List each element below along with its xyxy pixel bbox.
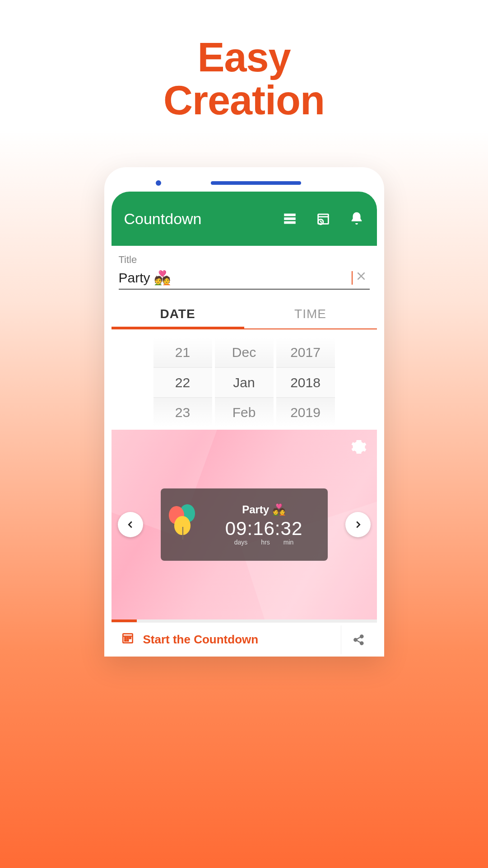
theme-preview: Party 💑 09:16:32 days hrs min [112,430,377,619]
title-input-row: Party 💑 [119,268,370,290]
svg-rect-13 [127,638,128,639]
label-hrs: hrs [261,539,270,546]
date-time-tabs: DATE TIME [112,300,377,329]
svg-rect-12 [125,638,126,639]
status-speaker-pill [211,181,301,185]
countdown-title: Party 💑 [209,503,320,516]
month-selected[interactable]: Jan [215,367,274,397]
bottom-action-bar: Start the Countdown [112,622,377,657]
gear-icon[interactable] [351,439,367,457]
clear-title-icon[interactable] [353,268,370,287]
prev-theme-button[interactable] [118,512,143,537]
tab-date[interactable]: DATE [112,300,244,328]
next-theme-button[interactable] [345,512,371,537]
svg-rect-15 [125,640,126,641]
app-title: Countdown [124,210,273,228]
svg-line-21 [357,640,361,643]
share-button[interactable] [341,625,377,654]
countdown-card: Party 💑 09:16:32 days hrs min [161,488,328,561]
app-bar: Countdown [112,192,377,246]
svg-rect-16 [127,640,128,641]
start-countdown-button[interactable]: Start the Countdown [112,623,341,657]
day-next[interactable]: 23 [153,397,212,427]
promo-headline: Easy Creation [0,0,488,122]
month-next[interactable]: Feb [215,397,274,427]
svg-line-7 [321,222,322,222]
svg-rect-2 [284,221,296,224]
title-field-label: Title [112,254,377,266]
label-min: min [284,539,294,546]
year-next[interactable]: 2019 [276,397,335,427]
month-column[interactable]: Dec Jan Feb [215,338,274,427]
bell-icon[interactable] [349,211,364,226]
day-prev[interactable]: 21 [153,338,212,367]
start-countdown-label: Start the Countdown [143,633,259,647]
calendar-clock-icon[interactable] [316,211,331,226]
svg-line-20 [357,637,361,639]
year-prev[interactable]: 2017 [276,338,335,367]
balloons-icon [169,504,201,545]
promo-line-2: Creation [0,79,488,122]
form-content: Title Party 💑 DATE TIME 21 22 23 Dec Jan… [112,246,377,657]
countdown-unit-labels: days hrs min [209,539,320,546]
year-selected[interactable]: 2018 [276,367,335,397]
title-input[interactable]: Party 💑 [119,269,353,286]
status-camera-dot [156,180,161,186]
label-days: days [234,539,248,546]
status-bar [112,175,377,189]
day-column[interactable]: 21 22 23 [153,338,212,427]
list-view-icon[interactable] [282,211,297,226]
year-column[interactable]: 2017 2018 2019 [276,338,335,427]
promo-line-1: Easy [0,36,488,79]
countdown-digits: 09:16:32 [209,518,320,540]
date-picker[interactable]: 21 22 23 Dec Jan Feb 2017 2018 2019 [112,329,377,427]
day-selected[interactable]: 22 [153,367,212,397]
theme-progress-indicator [112,619,377,622]
svg-rect-0 [284,214,296,216]
countdown-readout: Party 💑 09:16:32 days hrs min [209,503,320,546]
phone-frame: Countdown Title Party 💑 DATE TIME [104,167,384,657]
svg-rect-1 [284,217,296,220]
calendar-start-icon [121,631,135,648]
month-prev[interactable]: Dec [215,338,274,367]
app-bar-actions [282,211,364,226]
tab-time[interactable]: TIME [244,300,377,328]
svg-rect-14 [130,638,131,639]
